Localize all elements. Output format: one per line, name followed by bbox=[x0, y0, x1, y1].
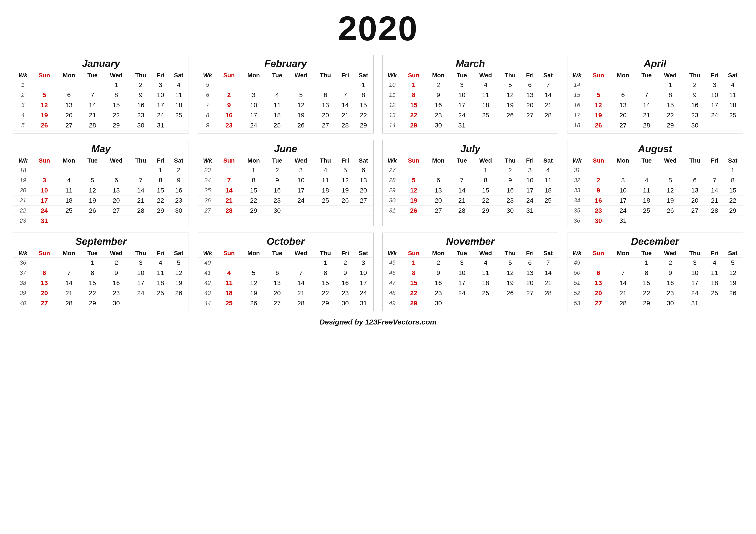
day-cell bbox=[683, 216, 706, 226]
day-cell: 19 bbox=[723, 278, 742, 288]
week-number: 1 bbox=[14, 80, 33, 90]
day-cell: 28 bbox=[706, 206, 723, 216]
day-cell: 28 bbox=[451, 206, 472, 216]
table-row: 1812 bbox=[14, 165, 189, 175]
sunday-cell: 22 bbox=[402, 110, 426, 120]
col-header-wk: Wk bbox=[383, 156, 402, 165]
day-cell: 27 bbox=[353, 195, 373, 206]
week-number: 36 bbox=[14, 258, 33, 268]
week-number: 48 bbox=[383, 288, 402, 298]
day-cell: 7 bbox=[538, 258, 558, 268]
col-header-wk: Wk bbox=[383, 71, 402, 80]
day-cell: 9 bbox=[425, 90, 451, 100]
table-row: 3612345 bbox=[14, 258, 189, 268]
day-cell bbox=[129, 298, 152, 308]
day-cell: 8 bbox=[636, 268, 657, 278]
day-cell: 6 bbox=[266, 268, 288, 278]
sunday-cell bbox=[33, 131, 56, 133]
sunday-cell: 5 bbox=[402, 175, 426, 185]
day-cell: 30 bbox=[425, 298, 451, 308]
day-cell: 22 bbox=[636, 288, 657, 298]
day-cell: 13 bbox=[522, 268, 538, 278]
sunday-cell: 29 bbox=[402, 298, 426, 308]
col-header-sat: Sat bbox=[169, 249, 189, 258]
day-cell: 7 bbox=[538, 80, 558, 90]
day-cell: 26 bbox=[337, 195, 353, 206]
col-header-wed: Wed bbox=[288, 71, 314, 80]
col-header-sat: Sat bbox=[353, 249, 373, 258]
col-header-wk: Wk bbox=[14, 156, 33, 165]
month-name: March bbox=[383, 55, 558, 71]
table-row bbox=[198, 308, 373, 311]
sunday-cell bbox=[587, 131, 610, 133]
day-cell: 10 bbox=[152, 90, 169, 100]
day-cell: 8 bbox=[472, 175, 499, 185]
week-number: 25 bbox=[198, 185, 217, 195]
day-cell: 3 bbox=[451, 258, 472, 268]
week-number: 31 bbox=[567, 165, 587, 175]
day-cell: 4 bbox=[472, 258, 499, 268]
week-number: 2 bbox=[14, 90, 33, 100]
day-cell bbox=[425, 308, 451, 311]
sunday-cell: 31 bbox=[33, 216, 56, 226]
col-header-fri: Fri bbox=[337, 71, 353, 80]
day-cell: 27 bbox=[314, 120, 337, 131]
day-cell: 27 bbox=[266, 298, 288, 308]
table-row: 363031 bbox=[567, 216, 742, 226]
day-cell bbox=[425, 216, 451, 218]
col-header-fri: Fri bbox=[522, 156, 538, 165]
week-number: 45 bbox=[383, 258, 402, 268]
day-cell: 28 bbox=[610, 298, 636, 308]
day-cell: 28 bbox=[337, 120, 353, 131]
day-cell: 25 bbox=[706, 288, 723, 298]
table-row: 532728293031 bbox=[567, 298, 742, 308]
day-cell bbox=[610, 131, 636, 133]
day-cell: 8 bbox=[152, 175, 169, 185]
day-cell: 8 bbox=[241, 175, 266, 185]
week-number: 32 bbox=[567, 175, 587, 185]
day-cell: 24 bbox=[288, 195, 314, 206]
sunday-cell bbox=[587, 165, 610, 175]
day-cell: 23 bbox=[657, 288, 683, 298]
col-header-thu: Thu bbox=[683, 249, 706, 258]
day-cell: 15 bbox=[241, 185, 266, 195]
day-cell: 14 bbox=[337, 100, 353, 110]
col-header-tue: Tue bbox=[636, 156, 657, 165]
day-cell: 4 bbox=[169, 80, 189, 90]
day-cell bbox=[337, 131, 353, 133]
day-cell bbox=[241, 80, 266, 90]
day-cell: 23 bbox=[129, 110, 152, 120]
day-cell: 9 bbox=[169, 175, 189, 185]
col-header-wed: Wed bbox=[288, 156, 314, 165]
day-cell: 24 bbox=[451, 288, 472, 298]
table-row: 2331 bbox=[14, 216, 189, 226]
day-cell: 5 bbox=[337, 165, 353, 175]
day-cell: 17 bbox=[610, 195, 636, 206]
col-header-sun: Sun bbox=[33, 249, 56, 258]
week-number bbox=[383, 308, 402, 311]
col-header-tue: Tue bbox=[451, 249, 472, 258]
day-cell bbox=[522, 120, 538, 131]
day-cell: 29 bbox=[103, 120, 129, 131]
sunday-cell: 23 bbox=[587, 206, 610, 216]
day-cell: 24 bbox=[353, 288, 373, 298]
col-header-wed: Wed bbox=[472, 156, 499, 165]
day-cell: 22 bbox=[314, 288, 337, 298]
day-cell bbox=[636, 308, 657, 311]
day-cell: 18 bbox=[169, 100, 189, 110]
day-cell bbox=[636, 80, 657, 90]
day-cell bbox=[129, 165, 152, 175]
col-header-tue: Tue bbox=[266, 71, 288, 80]
day-cell bbox=[288, 216, 314, 218]
col-header-sat: Sat bbox=[353, 156, 373, 165]
sunday-cell: 29 bbox=[402, 120, 426, 131]
table-row: 2478910111213 bbox=[198, 175, 373, 185]
day-cell bbox=[129, 131, 152, 133]
day-cell bbox=[169, 298, 189, 308]
day-cell: 31 bbox=[522, 206, 538, 216]
day-cell bbox=[56, 216, 82, 226]
sunday-cell bbox=[217, 80, 241, 90]
day-cell: 19 bbox=[241, 288, 266, 298]
day-cell: 11 bbox=[538, 175, 558, 185]
day-cell: 5 bbox=[288, 90, 314, 100]
